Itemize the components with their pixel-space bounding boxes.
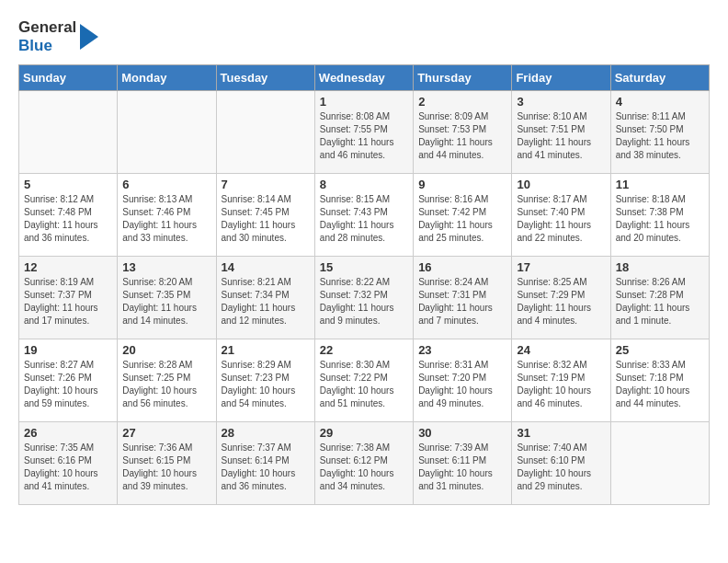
day-number: 22 bbox=[320, 343, 408, 357]
day-info: Sunrise: 8:29 AM Sunset: 7:23 PM Dayligh… bbox=[222, 359, 310, 410]
day-info: Sunrise: 7:36 AM Sunset: 6:15 PM Dayligh… bbox=[122, 442, 210, 493]
calendar-cell: 14Sunrise: 8:21 AM Sunset: 7:34 PM Dayli… bbox=[216, 257, 314, 339]
calendar-cell: 9Sunrise: 8:16 AM Sunset: 7:42 PM Daylig… bbox=[414, 174, 512, 257]
day-number: 2 bbox=[418, 95, 506, 109]
calendar-cell: 25Sunrise: 8:33 AM Sunset: 7:18 PM Dayli… bbox=[610, 339, 709, 422]
logo-blue: Blue bbox=[18, 37, 52, 54]
calendar-header-monday: Monday bbox=[118, 65, 216, 91]
day-info: Sunrise: 8:26 AM Sunset: 7:28 PM Dayligh… bbox=[616, 276, 704, 327]
day-number: 9 bbox=[418, 178, 506, 191]
calendar-cell: 11Sunrise: 8:18 AM Sunset: 7:38 PM Dayli… bbox=[610, 174, 709, 257]
day-info: Sunrise: 8:10 AM Sunset: 7:51 PM Dayligh… bbox=[517, 110, 605, 162]
day-info: Sunrise: 8:09 AM Sunset: 7:53 PM Dayligh… bbox=[418, 110, 506, 162]
day-info: Sunrise: 8:22 AM Sunset: 7:32 PM Dayligh… bbox=[320, 276, 408, 327]
day-info: Sunrise: 8:25 AM Sunset: 7:29 PM Dayligh… bbox=[517, 276, 605, 327]
calendar-cell: 30Sunrise: 7:39 AM Sunset: 6:11 PM Dayli… bbox=[414, 422, 512, 505]
day-info: Sunrise: 7:35 AM Sunset: 6:16 PM Dayligh… bbox=[24, 442, 112, 493]
calendar-cell: 26Sunrise: 7:35 AM Sunset: 6:16 PM Dayli… bbox=[19, 422, 118, 505]
calendar-cell: 21Sunrise: 8:29 AM Sunset: 7:23 PM Dayli… bbox=[216, 339, 314, 422]
day-number: 21 bbox=[222, 343, 310, 357]
calendar-cell: 27Sunrise: 7:36 AM Sunset: 6:15 PM Dayli… bbox=[118, 422, 216, 505]
calendar-header-row: SundayMondayTuesdayWednesdayThursdayFrid… bbox=[19, 65, 710, 91]
calendar-week-4: 19Sunrise: 8:27 AM Sunset: 7:26 PM Dayli… bbox=[19, 339, 710, 422]
calendar-cell: 24Sunrise: 8:32 AM Sunset: 7:19 PM Dayli… bbox=[512, 339, 610, 422]
day-number: 23 bbox=[418, 343, 506, 357]
calendar-cell: 4Sunrise: 8:11 AM Sunset: 7:50 PM Daylig… bbox=[610, 91, 709, 174]
calendar-header-sunday: Sunday bbox=[19, 65, 118, 91]
day-number: 11 bbox=[616, 178, 704, 191]
day-number: 29 bbox=[320, 426, 408, 440]
calendar-cell: 28Sunrise: 7:37 AM Sunset: 6:14 PM Dayli… bbox=[216, 422, 314, 505]
day-info: Sunrise: 8:15 AM Sunset: 7:43 PM Dayligh… bbox=[320, 193, 408, 245]
day-info: Sunrise: 8:16 AM Sunset: 7:42 PM Dayligh… bbox=[418, 193, 506, 245]
day-info: Sunrise: 8:17 AM Sunset: 7:40 PM Dayligh… bbox=[517, 193, 605, 245]
logo-arrow-icon bbox=[80, 24, 98, 50]
calendar-cell: 13Sunrise: 8:20 AM Sunset: 7:35 PM Dayli… bbox=[118, 257, 216, 339]
calendar-cell: 2Sunrise: 8:09 AM Sunset: 7:53 PM Daylig… bbox=[414, 91, 512, 174]
calendar-cell: 6Sunrise: 8:13 AM Sunset: 7:46 PM Daylig… bbox=[118, 174, 216, 257]
day-number: 18 bbox=[616, 260, 704, 274]
calendar-cell bbox=[19, 91, 118, 174]
day-info: Sunrise: 8:31 AM Sunset: 7:20 PM Dayligh… bbox=[418, 359, 506, 410]
day-number: 27 bbox=[122, 426, 210, 440]
day-number: 28 bbox=[222, 426, 310, 440]
day-number: 10 bbox=[517, 178, 605, 191]
day-info: Sunrise: 8:27 AM Sunset: 7:26 PM Dayligh… bbox=[24, 359, 112, 410]
page-header: General Blue bbox=[18, 18, 710, 55]
day-number: 16 bbox=[418, 260, 506, 274]
calendar-cell bbox=[118, 91, 216, 174]
calendar-week-2: 5Sunrise: 8:12 AM Sunset: 7:48 PM Daylig… bbox=[19, 174, 710, 257]
day-info: Sunrise: 7:37 AM Sunset: 6:14 PM Dayligh… bbox=[222, 442, 310, 493]
calendar-cell: 23Sunrise: 8:31 AM Sunset: 7:20 PM Dayli… bbox=[414, 339, 512, 422]
calendar-header-wednesday: Wednesday bbox=[314, 65, 413, 91]
day-number: 30 bbox=[418, 426, 506, 440]
calendar-header-friday: Friday bbox=[512, 65, 610, 91]
day-number: 13 bbox=[122, 260, 210, 274]
calendar-cell bbox=[216, 91, 314, 174]
day-number: 25 bbox=[616, 343, 704, 357]
day-number: 12 bbox=[24, 260, 112, 274]
calendar-week-5: 26Sunrise: 7:35 AM Sunset: 6:16 PM Dayli… bbox=[19, 422, 710, 505]
calendar-header-tuesday: Tuesday bbox=[216, 65, 314, 91]
day-info: Sunrise: 8:18 AM Sunset: 7:38 PM Dayligh… bbox=[616, 193, 704, 245]
calendar-cell: 17Sunrise: 8:25 AM Sunset: 7:29 PM Dayli… bbox=[512, 257, 610, 339]
day-number: 8 bbox=[320, 178, 408, 191]
calendar-cell: 10Sunrise: 8:17 AM Sunset: 7:40 PM Dayli… bbox=[512, 174, 610, 257]
day-number: 15 bbox=[320, 260, 408, 274]
day-info: Sunrise: 8:08 AM Sunset: 7:55 PM Dayligh… bbox=[320, 110, 408, 162]
calendar-header-saturday: Saturday bbox=[610, 65, 709, 91]
day-info: Sunrise: 8:13 AM Sunset: 7:46 PM Dayligh… bbox=[122, 193, 210, 245]
calendar-cell: 12Sunrise: 8:19 AM Sunset: 7:37 PM Dayli… bbox=[19, 257, 118, 339]
day-number: 26 bbox=[24, 426, 112, 440]
calendar-cell: 22Sunrise: 8:30 AM Sunset: 7:22 PM Dayli… bbox=[314, 339, 413, 422]
logo: General Blue bbox=[18, 18, 98, 55]
day-info: Sunrise: 8:30 AM Sunset: 7:22 PM Dayligh… bbox=[320, 359, 408, 410]
day-number: 5 bbox=[24, 178, 112, 191]
day-info: Sunrise: 8:32 AM Sunset: 7:19 PM Dayligh… bbox=[517, 359, 605, 410]
day-number: 3 bbox=[517, 95, 605, 109]
day-number: 7 bbox=[222, 178, 310, 191]
logo-general: General bbox=[18, 18, 76, 36]
day-info: Sunrise: 8:24 AM Sunset: 7:31 PM Dayligh… bbox=[418, 276, 506, 327]
calendar-cell: 18Sunrise: 8:26 AM Sunset: 7:28 PM Dayli… bbox=[610, 257, 709, 339]
day-info: Sunrise: 8:33 AM Sunset: 7:18 PM Dayligh… bbox=[616, 359, 704, 410]
calendar-cell: 5Sunrise: 8:12 AM Sunset: 7:48 PM Daylig… bbox=[19, 174, 118, 257]
calendar-cell: 20Sunrise: 8:28 AM Sunset: 7:25 PM Dayli… bbox=[118, 339, 216, 422]
day-info: Sunrise: 7:40 AM Sunset: 6:10 PM Dayligh… bbox=[517, 442, 605, 493]
calendar-cell bbox=[610, 422, 709, 505]
calendar-cell: 15Sunrise: 8:22 AM Sunset: 7:32 PM Dayli… bbox=[314, 257, 413, 339]
calendar-cell: 3Sunrise: 8:10 AM Sunset: 7:51 PM Daylig… bbox=[512, 91, 610, 174]
calendar-cell: 29Sunrise: 7:38 AM Sunset: 6:12 PM Dayli… bbox=[314, 422, 413, 505]
day-number: 31 bbox=[517, 426, 605, 440]
calendar-cell: 1Sunrise: 8:08 AM Sunset: 7:55 PM Daylig… bbox=[314, 91, 413, 174]
day-number: 17 bbox=[517, 260, 605, 274]
day-info: Sunrise: 8:28 AM Sunset: 7:25 PM Dayligh… bbox=[122, 359, 210, 410]
calendar-cell: 8Sunrise: 8:15 AM Sunset: 7:43 PM Daylig… bbox=[314, 174, 413, 257]
calendar-cell: 16Sunrise: 8:24 AM Sunset: 7:31 PM Dayli… bbox=[414, 257, 512, 339]
calendar-table: SundayMondayTuesdayWednesdayThursdayFrid… bbox=[18, 64, 710, 505]
day-number: 4 bbox=[616, 95, 704, 109]
day-number: 19 bbox=[24, 343, 112, 357]
calendar-body: 1Sunrise: 8:08 AM Sunset: 7:55 PM Daylig… bbox=[19, 91, 710, 505]
day-number: 24 bbox=[517, 343, 605, 357]
day-info: Sunrise: 8:19 AM Sunset: 7:37 PM Dayligh… bbox=[24, 276, 112, 327]
